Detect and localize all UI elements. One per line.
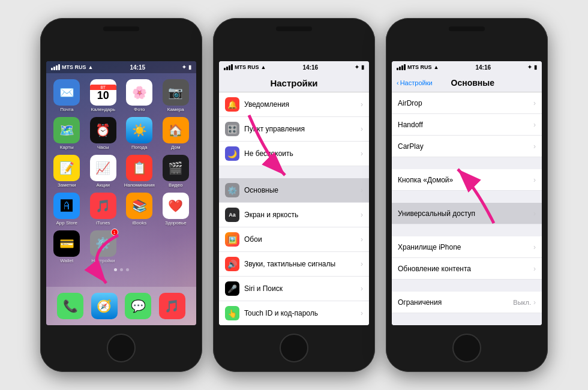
settings-row-touchid[interactable]: 👆 Touch ID и код-пароль › — [219, 301, 369, 325]
basic-row-homebutton[interactable]: Кнопка «Домой» › — [392, 169, 542, 191]
wifi-2: ▲ — [261, 64, 266, 70]
basic-group-3: Универсальный доступ › — [392, 203, 542, 224]
control-icon: 🎛️ — [225, 122, 239, 136]
signal-icon-2 — [224, 64, 233, 70]
settings-screen: MTS RUS ▲ 14:16 ✦ ▮ Настройки 🔔 Уведомле… — [219, 61, 369, 325]
basic-row-restrictions[interactable]: Ограничения Выкл. › — [392, 292, 542, 313]
restrictions-value: Выкл. — [513, 299, 531, 306]
wallpaper-icon: 🖼️ — [225, 232, 239, 247]
battery-3: ▮ — [534, 64, 537, 70]
app-photos[interactable]: 🌸 Фото — [124, 79, 155, 112]
dock: 📞 🧭 💬 🎵 — [46, 287, 196, 325]
settings-row-dnd[interactable]: 🌙 Не беспокоить › — [219, 142, 369, 166]
back-label: Настройки — [400, 79, 433, 86]
carrier-label: MTS RUS — [62, 64, 86, 70]
basic-row-accessibility[interactable]: Универсальный доступ › — [392, 203, 542, 224]
notifications-icon: 🔔 — [225, 97, 239, 112]
dock-phone[interactable]: 📞 — [57, 293, 83, 319]
wifi-3: ▲ — [434, 64, 439, 70]
basic-group-5: Ограничения Выкл. › — [392, 292, 542, 313]
back-button[interactable]: ‹ Настройки — [397, 79, 433, 86]
dnd-icon: 🌙 — [225, 146, 239, 161]
time-3: 14:16 — [475, 64, 491, 71]
settings-row-sounds[interactable]: 🔊 Звуки, тактильные сигналы › — [219, 252, 369, 277]
basic-header: ‹ Настройки Основные — [392, 73, 542, 92]
home-screen: MTS RUS ▲ 14:15 ✦ ▮ ✉️ Почта ВТ — [46, 61, 196, 325]
time-label: 14:15 — [130, 64, 145, 71]
basic-row-carplay[interactable]: CarPlay › — [392, 136, 542, 157]
status-bar-2: MTS RUS ▲ 14:16 ✦ ▮ — [219, 61, 369, 73]
basic-gap-4 — [392, 280, 542, 292]
phone-3: MTS RUS ▲ 14:16 ✦ ▮ ‹ Настройки Основные — [386, 18, 548, 372]
phone-1-screen: MTS RUS ▲ 14:15 ✦ ▮ ✉️ Почта ВТ — [46, 61, 196, 325]
basic-group-4: Хранилище iPhone › Обновление контента › — [392, 236, 542, 280]
app-weather[interactable]: ☀️ Погода — [124, 117, 155, 150]
basic-icon: ⚙️ — [225, 183, 239, 197]
basic-gap-2 — [392, 191, 542, 203]
phone-2-screen: MTS RUS ▲ 14:16 ✦ ▮ Настройки 🔔 Уведомле… — [219, 61, 369, 325]
basic-gap-3 — [392, 224, 542, 236]
status-bar-1: MTS RUS ▲ 14:15 ✦ ▮ — [46, 61, 196, 73]
settings-row-display[interactable]: Aa Экран и яркость › — [219, 203, 369, 227]
settings-group-2: ⚙️ Основные › Aa Экран и яркость › 🖼️ Об… — [219, 178, 369, 325]
settings-row-siri[interactable]: 🎤 Siri и Поиск › — [219, 277, 369, 301]
time-2: 14:16 — [302, 64, 318, 71]
bluetooth-icon: ✦ — [182, 64, 187, 70]
app-calendar[interactable]: ВТ 10 Календарь — [88, 79, 119, 112]
app-home[interactable]: 🏠 Дом — [160, 117, 192, 150]
battery-icon: ▮ — [188, 64, 191, 70]
carrier-3: MTS RUS — [407, 64, 432, 70]
basic-gap-5 — [392, 313, 542, 325]
app-mail[interactable]: ✉️ Почта — [51, 79, 83, 112]
settings-gap-1 — [219, 166, 369, 178]
back-chevron-icon: ‹ — [397, 79, 399, 86]
phone-3-screen: MTS RUS ▲ 14:16 ✦ ▮ ‹ Настройки Основные — [392, 61, 542, 325]
basic-row-airdrop[interactable]: AirDrop › — [392, 92, 542, 114]
signal-icon-3 — [397, 64, 406, 70]
app-maps[interactable]: 🗺️ Карты — [51, 117, 83, 150]
dock-messages[interactable]: 💬 — [125, 293, 151, 319]
status-bar-3: MTS RUS ▲ 14:16 ✦ ▮ — [392, 61, 542, 73]
battery-2: ▮ — [361, 64, 364, 70]
settings-row-control[interactable]: 🎛️ Пункт управления › — [219, 117, 369, 142]
sounds-icon: 🔊 — [225, 257, 239, 271]
signal-icon — [51, 64, 60, 70]
touchid-icon: 👆 — [225, 306, 239, 320]
app-camera[interactable]: 📷 Камера — [160, 79, 192, 112]
settings-group-1: 🔔 Уведомления › 🎛️ Пункт управления › 🌙 … — [219, 92, 369, 166]
settings-row-wallpaper[interactable]: 🖼️ Обои › — [219, 227, 369, 252]
bluetooth-2: ✦ — [355, 64, 359, 70]
basic-row-refresh[interactable]: Обновление контента › — [392, 258, 542, 280]
basic-row-handoff[interactable]: Handoff › — [392, 114, 542, 136]
basic-group-1: AirDrop › Handoff › CarPlay › — [392, 92, 542, 157]
phone-2: MTS RUS ▲ 14:16 ✦ ▮ Настройки 🔔 Уведомле… — [213, 18, 375, 372]
settings-row-notifications[interactable]: 🔔 Уведомления › — [219, 92, 369, 117]
basic-gap-1 — [392, 157, 542, 169]
dock-music[interactable]: 🎵 — [159, 293, 185, 319]
wifi-icon: ▲ — [88, 64, 94, 70]
basic-title: Основные — [433, 78, 513, 88]
app-clock[interactable]: ⏰ Часы — [88, 117, 119, 150]
phone-1: MTS RUS ▲ 14:15 ✦ ▮ ✉️ Почта ВТ — [40, 18, 202, 372]
basic-row-storage[interactable]: Хранилище iPhone › — [392, 236, 542, 258]
settings-row-basic[interactable]: ⚙️ Основные › — [219, 178, 369, 203]
settings-title: Настройки — [219, 73, 369, 92]
dock-safari[interactable]: 🧭 — [91, 293, 118, 319]
carrier-2: MTS RUS — [235, 64, 259, 70]
display-icon: Aa — [225, 208, 239, 222]
basic-group-2: Кнопка «Домой» › — [392, 169, 542, 191]
siri-icon: 🎤 — [225, 281, 239, 296]
bluetooth-3: ✦ — [527, 64, 532, 70]
basic-screen: MTS RUS ▲ 14:16 ✦ ▮ ‹ Настройки Основные — [392, 61, 542, 325]
